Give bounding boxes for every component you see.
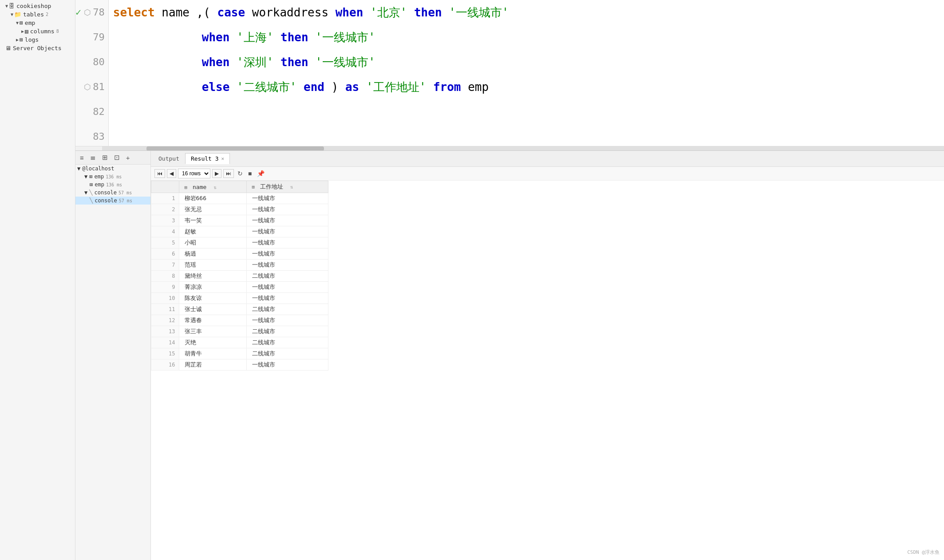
emp2-label: emp: [95, 181, 104, 188]
watermark: CSDN @浮水鱼: [907, 549, 940, 556]
line-79: 79: [75, 25, 108, 50]
sidebar-item-columns[interactable]: ▶ ▤ columns 8: [0, 27, 75, 35]
columns-badge: 8: [56, 29, 59, 34]
expand-arrow-localhost: ▼: [77, 166, 80, 172]
bookmark-icon-78: ⬡: [84, 0, 91, 25]
table-row: 5 小昭 一线城市: [151, 237, 328, 248]
data-table: ⊞ name ⇅ ⊞ 工作地址 ⇅ 1: [151, 181, 328, 371]
code-content[interactable]: select name ,( case workaddress when '北京…: [109, 0, 944, 146]
code-container: ✓ ⬡ 78 79 80 ⬡ 81 82 83: [75, 0, 944, 146]
results-table[interactable]: ⊞ name ⇅ ⊞ 工作地址 ⇅ 1: [151, 181, 944, 560]
sidebar-label-tables: tables: [23, 11, 44, 18]
row-number: 8: [151, 271, 179, 282]
scrollbar-area[interactable]: [75, 146, 944, 150]
sidebar-label-columns: columns: [30, 28, 55, 35]
tree-emp2[interactable]: ⊞ emp 136 ms: [75, 181, 150, 189]
sidebar-item-cookieshop[interactable]: ▼ 🗄 cookieshop: [0, 2, 75, 10]
code-line-82: [113, 99, 940, 124]
cell-name: 灭绝: [179, 337, 246, 348]
code-line-81: else '二线城市' end ) as '工作地址' from emp: [113, 75, 940, 99]
tables-badge: 2: [46, 12, 48, 17]
cell-name: 黛绮丝: [179, 271, 246, 282]
expand-arrow-tables: ▼: [11, 12, 13, 17]
tab-close-icon[interactable]: ✕: [221, 156, 225, 162]
cell-name: 周芷若: [179, 359, 246, 371]
cell-name: 小昭: [179, 237, 246, 248]
sidebar-item-logs[interactable]: ▶ ⊞ logs: [0, 35, 75, 44]
sidebar-label-server-objects: Server Objects: [13, 45, 62, 51]
sidebar-item-server-objects[interactable]: 🖥 Server Objects: [0, 44, 75, 52]
tab-bar: Output Result 3 ✕: [151, 151, 944, 167]
main-area: ✓ ⬡ 78 79 80 ⬡ 81 82 83: [75, 0, 944, 560]
cell-addr: 一线城市: [246, 237, 328, 248]
col-addr-icon: ⊞: [252, 184, 255, 190]
scroll-thumb[interactable]: [146, 146, 324, 151]
pin-button[interactable]: 📌: [255, 169, 266, 178]
add-icon-btn[interactable]: +: [124, 153, 132, 162]
bottom-toolbar: ≡ ≣ ⊞ ⊡ +: [75, 151, 150, 165]
bookmark-icon-81: ⬡: [84, 75, 91, 99]
next-page-button[interactable]: ▶: [212, 169, 221, 178]
table-row: 6 杨逍 一线城市: [151, 248, 328, 260]
list-icon-btn[interactable]: ≡: [78, 153, 86, 162]
tab-output[interactable]: Output: [153, 153, 185, 164]
check-icon-78: ✓: [75, 0, 81, 25]
cell-addr: 一线城市: [246, 226, 328, 237]
tree-console1[interactable]: ▼ ╲ console 57 ms: [75, 189, 150, 197]
table-row: 1 柳岩666 一线城市: [151, 193, 328, 204]
col-addr-header[interactable]: ⊞ 工作地址 ⇅: [246, 181, 328, 193]
tree-localhost[interactable]: ▼ @localhost: [75, 165, 150, 173]
code-line-83: [113, 124, 940, 146]
cell-name: 菁凉凉: [179, 282, 246, 293]
rows-selector[interactable]: 16 rows: [178, 169, 210, 178]
sidebar-label-cookieshop: cookieshop: [16, 3, 51, 9]
sidebar-item-emp[interactable]: ▼ ⊞ emp: [0, 19, 75, 27]
row-number: 11: [151, 304, 179, 315]
prev-page-button[interactable]: ◀: [167, 169, 176, 178]
row-number: 10: [151, 293, 179, 304]
row-number: 13: [151, 326, 179, 337]
expand-arrow-emp: ▼: [16, 20, 19, 25]
refresh-button[interactable]: ↻: [236, 169, 245, 178]
col-name-label: name: [193, 184, 206, 190]
cell-addr: 一线城市: [246, 204, 328, 215]
tree-emp1[interactable]: ▼ ⊞ emp 136 ms: [75, 173, 150, 181]
emp1-icon: ⊞: [89, 174, 92, 180]
cell-addr: 一线城市: [246, 359, 328, 371]
linenum-79: 79: [93, 25, 105, 50]
last-page-button[interactable]: ⏭: [223, 169, 234, 178]
first-page-button[interactable]: ⏮: [154, 169, 165, 178]
sidebar-item-tables[interactable]: ▼ 📁 tables 2: [0, 10, 75, 19]
cell-name: 张士诚: [179, 304, 246, 315]
expand-arrow-emp1: ▼: [84, 174, 87, 180]
col-name-header[interactable]: ⊞ name ⇅: [179, 181, 246, 193]
row-number: 5: [151, 237, 179, 248]
tab-result3[interactable]: Result 3 ✕: [185, 153, 230, 164]
grid-icon-btn[interactable]: ⊞: [100, 153, 110, 162]
table-icon: ⊞: [20, 20, 23, 26]
table-row: 3 韦一笑 一线城市: [151, 215, 328, 226]
cell-addr: 二线城市: [246, 337, 328, 348]
table-row: 10 陈友谅 一线城市: [151, 293, 328, 304]
emp1-badge: 136 ms: [106, 174, 122, 179]
stop-button[interactable]: ■: [246, 169, 253, 178]
row-num-header: [151, 181, 179, 193]
emp2-badge: 136 ms: [106, 182, 122, 187]
editor-area: ✓ ⬡ 78 79 80 ⬡ 81 82 83: [75, 0, 944, 151]
line-78: ✓ ⬡ 78: [75, 0, 108, 25]
cell-addr: 一线城市: [246, 193, 328, 204]
cell-name: 范瑶: [179, 260, 246, 271]
row-number: 9: [151, 282, 179, 293]
cell-name: 常遇春: [179, 315, 246, 326]
tree-console2[interactable]: ╲ console 57 ms: [75, 197, 150, 205]
table-row: 8 黛绮丝 二线城市: [151, 271, 328, 282]
results-toolbar: ⏮ ◀ 16 rows ▶ ⏭ ↻ ■ 📌: [151, 167, 944, 181]
bottom-panel: ≡ ≣ ⊞ ⊡ + ▼ @localhost ▼ ⊞ emp 136 ms ⊞ …: [75, 151, 944, 560]
list2-icon-btn[interactable]: ≣: [88, 153, 98, 162]
linenum-78: 78: [93, 0, 105, 25]
cell-name: 柳岩666: [179, 193, 246, 204]
cell-name: 张无忌: [179, 204, 246, 215]
folder-icon: 📁: [14, 11, 21, 18]
filter-icon-btn[interactable]: ⊡: [112, 153, 122, 162]
expand-arrow: ▼: [5, 4, 8, 8]
